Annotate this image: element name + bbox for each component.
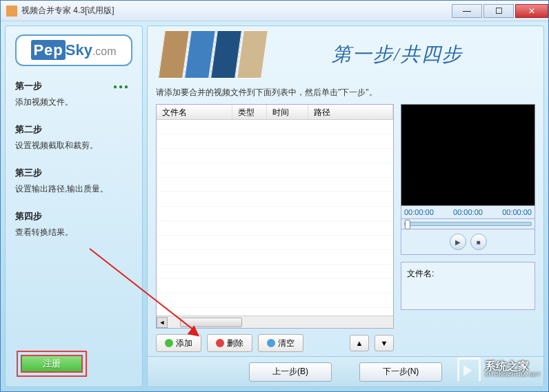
table-header: 文件名 类型 时间 路径: [157, 105, 393, 120]
main-panel: 第一步/共四步 请添加要合并的视频文件到下面列表中，然后单击"下一步"。 文件名…: [147, 25, 544, 387]
titlebar: 视频合并专家 4.3[试用版] — ☐ ✕: [1, 1, 548, 21]
window-title: 视频合并专家 4.3[试用版]: [21, 5, 450, 17]
video-preview: [401, 104, 535, 206]
delete-icon: [216, 339, 224, 347]
horizontal-scrollbar[interactable]: ◄: [157, 316, 393, 328]
filename-display: 文件名:: [401, 262, 535, 310]
col-filename[interactable]: 文件名: [157, 105, 232, 119]
scroll-thumb[interactable]: [180, 318, 242, 327]
window-body: PepSky.com ●●● 第一步 添加视频文件。 第二步 设置视频截取和裁剪…: [1, 21, 548, 391]
banner-title: 第一步/共四步: [265, 41, 530, 68]
step-4-desc: 查看转换结果。: [15, 227, 132, 238]
step-4: 第四步 查看转换结果。: [15, 210, 132, 238]
close-button[interactable]: ✕: [515, 4, 548, 18]
col-type[interactable]: 类型: [232, 105, 267, 119]
col-path[interactable]: 路径: [308, 105, 393, 119]
step-1-desc: 添加视频文件。: [15, 96, 132, 108]
step-3: 第三步 设置输出路径,输出质量。: [15, 167, 132, 195]
step-1: ●●● 第一步 添加视频文件。: [15, 80, 132, 108]
instruction-text: 请添加要合并的视频文件到下面列表中，然后单击"下一步"。: [156, 87, 535, 99]
time-end: 00:00:00: [502, 208, 532, 216]
app-window: 视频合并专家 4.3[试用版] — ☐ ✕ PepSky.com ●●● 第一步…: [0, 0, 549, 392]
minimize-button[interactable]: —: [452, 4, 482, 18]
next-step-button[interactable]: 下一步(N): [359, 362, 442, 382]
filename-label: 文件名:: [407, 269, 434, 278]
clear-button[interactable]: 清空: [258, 334, 303, 352]
step-2-title: 第二步: [15, 123, 132, 136]
wizard-nav: 上一步(B) 下一步(N): [148, 356, 543, 386]
step-2-desc: 设置视频截取和裁剪。: [15, 140, 132, 152]
banner-thumbnails: [158, 30, 268, 79]
seek-slider[interactable]: [404, 222, 532, 226]
step-3-desc: 设置输出路径,输出质量。: [15, 183, 132, 195]
seek-bar-row: [401, 219, 535, 229]
maximize-button[interactable]: ☐: [483, 4, 514, 18]
logo-pep: Pep: [31, 40, 65, 60]
preview-panel: 00:00:00 00:00:00 00:00:00 ▶ ■ 文件名:: [401, 104, 535, 352]
register-button[interactable]: 注册: [21, 355, 83, 373]
sidebar: PepSky.com ●●● 第一步 添加视频文件。 第二步 设置视频截取和裁剪…: [5, 25, 143, 387]
file-action-row: 添加 删除 清空 ▲ ▼: [156, 334, 394, 352]
playback-controls: ▶ ■: [401, 229, 535, 255]
table-body[interactable]: [157, 120, 393, 316]
file-list-panel: 文件名 类型 时间 路径 ◄ 添加: [156, 104, 394, 352]
logo-suffix: .com: [92, 45, 117, 57]
active-step-indicator: ●●●: [113, 83, 130, 90]
app-icon: [6, 6, 17, 17]
move-up-button[interactable]: ▲: [350, 335, 369, 351]
prev-step-button[interactable]: 上一步(B): [249, 362, 332, 382]
scroll-left-icon[interactable]: ◄: [157, 317, 168, 328]
step-3-title: 第三步: [15, 167, 132, 179]
logo: PepSky.com: [15, 34, 132, 66]
time-current: 00:00:00: [453, 208, 483, 216]
step-2: 第二步 设置视频截取和裁剪。: [15, 123, 132, 152]
content-area: 请添加要合并的视频文件到下面列表中，然后单击"下一步"。 文件名 类型 时间 路…: [148, 83, 543, 356]
window-controls: — ☐ ✕: [450, 4, 548, 18]
add-icon: [165, 339, 173, 347]
seek-thumb[interactable]: [405, 220, 410, 229]
logo-sky: Sky: [66, 41, 92, 59]
file-table: 文件名 类型 时间 路径 ◄: [156, 104, 394, 329]
col-time[interactable]: 时间: [267, 105, 308, 119]
clear-icon: [267, 339, 275, 347]
time-start: 00:00:00: [404, 208, 434, 216]
add-button[interactable]: 添加: [156, 334, 201, 352]
move-down-button[interactable]: ▼: [375, 335, 394, 351]
time-display: 00:00:00 00:00:00 00:00:00: [401, 206, 535, 219]
banner: 第一步/共四步: [148, 26, 543, 83]
play-button[interactable]: ▶: [450, 234, 466, 250]
delete-button[interactable]: 删除: [207, 334, 252, 352]
step-4-title: 第四步: [15, 210, 132, 223]
stop-button[interactable]: ■: [470, 234, 487, 250]
